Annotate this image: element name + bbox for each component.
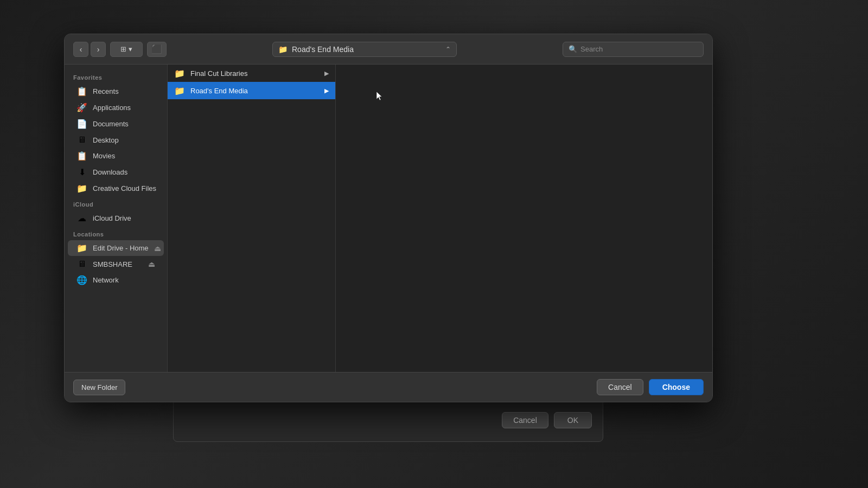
location-label: Road's End Media [292, 45, 441, 54]
choose-button[interactable]: Choose [649, 379, 704, 395]
panels-area: 📁 Final Cut Libraries ▶ 📁 Road's End Med… [168, 65, 712, 372]
icloud-label: iCloud [65, 197, 167, 210]
sidebar-item-label: SMBSHARE [93, 260, 132, 268]
cancel-button[interactable]: Cancel [597, 379, 643, 395]
column-item-arrow-icon: ▶ [324, 70, 329, 77]
column-panel-2 [336, 65, 712, 372]
nav-buttons: ‹ › [73, 42, 106, 57]
bg-ok-button[interactable]: OK [554, 412, 592, 428]
edit-drive-icon: 📁 [76, 243, 87, 253]
view-icon: ⊞ [120, 45, 126, 53]
action-button[interactable]: ⬛ [147, 42, 167, 57]
eject-smbshare-button[interactable]: ⏏ [148, 260, 155, 268]
sidebar-item-label: Documents [93, 120, 129, 128]
back-button[interactable]: ‹ [73, 42, 88, 57]
sidebar-item-label: Creative Cloud Files [93, 184, 156, 192]
search-icon: 🔍 [569, 45, 577, 53]
locations-label: Locations [65, 227, 167, 240]
sidebar-item-label: Downloads [93, 168, 127, 176]
sidebar-item-creative-cloud[interactable]: 📁 Creative Cloud Files [68, 181, 164, 196]
icloud-drive-icon: ☁ [76, 213, 87, 223]
favorites-label: Favorites [65, 70, 167, 83]
column-item-label: Road's End Media [190, 87, 319, 95]
sidebar-item-applications[interactable]: 🚀 Applications [68, 100, 164, 115]
view-button[interactable]: ⊞ ▾ [110, 42, 143, 57]
roads-end-folder-icon: 📁 [174, 86, 185, 96]
sidebar-item-recents[interactable]: 📋 Recents [68, 84, 164, 99]
new-folder-button[interactable]: New Folder [73, 380, 125, 395]
sidebar-item-label: iCloud Drive [93, 214, 131, 222]
desktop-icon: 🖥 [76, 135, 87, 145]
final-cut-folder-icon: 📁 [174, 68, 185, 79]
search-box[interactable]: 🔍 [563, 42, 704, 57]
sidebar-item-label: Applications [93, 104, 131, 112]
recents-icon: 📋 [76, 86, 87, 97]
search-input[interactable] [580, 45, 698, 53]
file-dialog: ‹ › ⊞ ▾ ⬛ 📁 Road's End Media ⌃ 🔍 Favorit… [64, 34, 713, 402]
creative-cloud-icon: 📁 [76, 183, 87, 194]
sidebar-item-label: Recents [93, 87, 119, 95]
bg-cancel-button[interactable]: Cancel [502, 412, 548, 428]
footer: New Folder Cancel Choose [65, 372, 712, 402]
sidebar-item-label: Edit Drive - Home [93, 244, 149, 252]
column-item-arrow-selected-icon: ▶ [324, 87, 329, 94]
action-icon: ⬛ [151, 44, 162, 54]
sidebar-item-network[interactable]: 🌐 Network [68, 272, 164, 288]
location-folder-icon: 📁 [278, 45, 288, 54]
column-item-roads-end[interactable]: 📁 Road's End Media ▶ [168, 82, 335, 99]
sidebar-item-label: Movies [93, 152, 115, 160]
sidebar-item-label: Network [93, 276, 119, 284]
applications-icon: 🚀 [76, 102, 87, 113]
sidebar-item-icloud-drive[interactable]: ☁ iCloud Drive [68, 210, 164, 226]
toolbar: ‹ › ⊞ ▾ ⬛ 📁 Road's End Media ⌃ 🔍 [65, 34, 712, 65]
sidebar: Favorites 📋 Recents 🚀 Applications 📄 Doc… [65, 65, 168, 372]
sidebar-item-edit-drive[interactable]: 📁 Edit Drive - Home ⏏ [68, 240, 164, 256]
eject-edit-drive-button[interactable]: ⏏ [154, 244, 161, 253]
sidebar-item-downloads[interactable]: ⬇ Downloads [68, 164, 164, 180]
network-icon: 🌐 [76, 275, 87, 285]
smbshare-icon: 🖥 [76, 259, 87, 269]
documents-icon: 📄 [76, 119, 87, 129]
view-chevron-icon: ▾ [129, 45, 132, 53]
sidebar-item-documents[interactable]: 📄 Documents [68, 116, 164, 132]
movies-icon: 📋 [76, 151, 87, 161]
sidebar-item-desktop[interactable]: 🖥 Desktop [68, 132, 164, 147]
location-dropdown[interactable]: 📁 Road's End Media ⌃ [272, 42, 457, 57]
downloads-icon: ⬇ [76, 167, 87, 177]
column-item-label: Final Cut Libraries [190, 69, 319, 78]
content-area: Favorites 📋 Recents 🚀 Applications 📄 Doc… [65, 65, 712, 372]
sidebar-item-smbshare[interactable]: 🖥 SMBSHARE ⏏ [68, 256, 164, 272]
forward-button[interactable]: › [91, 42, 106, 57]
background-dialog: Cancel OK [173, 399, 603, 442]
sidebar-item-label: Desktop [93, 136, 119, 144]
column-panel-1: 📁 Final Cut Libraries ▶ 📁 Road's End Med… [168, 65, 336, 372]
sidebar-item-movies[interactable]: 📋 Movies [68, 148, 164, 164]
column-item-final-cut[interactable]: 📁 Final Cut Libraries ▶ [168, 65, 335, 82]
location-chevron-icon: ⌃ [445, 46, 451, 53]
